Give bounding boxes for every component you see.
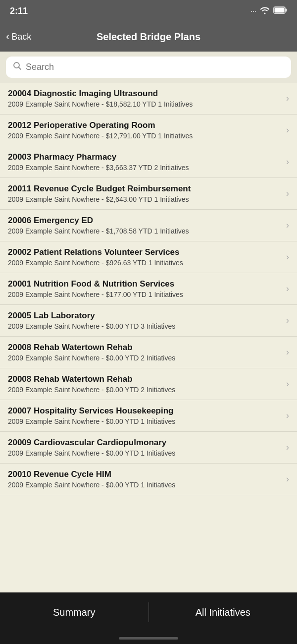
list-item[interactable]: 20009 Cardiovascular Cardiopulmonary 200… bbox=[0, 432, 297, 464]
list-item-title: 20010 Revenue Cycle HIM bbox=[8, 469, 282, 479]
list-item-chevron-icon: › bbox=[286, 252, 289, 262]
list-item-title: 20001 Nutrition Food & Nutrition Service… bbox=[8, 279, 282, 289]
status-time: 2:11 bbox=[10, 6, 28, 16]
list-item[interactable]: 20008 Rehab Watertown Rehab 2009 Example… bbox=[0, 368, 297, 400]
list-item-title: 20004 Diagnostic Imaging Ultrasound bbox=[8, 89, 282, 99]
list-item[interactable]: 20003 Pharmacy Pharmacy 2009 Example Sai… bbox=[0, 146, 297, 178]
tab-summary-label: Summary bbox=[53, 607, 96, 618]
list-item-chevron-icon: › bbox=[286, 188, 289, 199]
list-item-content: 20007 Hospitality Services Housekeeping … bbox=[8, 406, 282, 425]
status-bar: 2:11 ··· bbox=[0, 0, 297, 22]
list-item-subtitle: 2009 Example Saint Nowhere - $177.00 YTD… bbox=[8, 291, 282, 298]
list-item-title: 20008 Rehab Watertown Rehab bbox=[8, 343, 282, 352]
list-item-subtitle: 2009 Example Saint Nowhere - $2,643.00 Y… bbox=[8, 195, 282, 203]
list-item[interactable]: 20002 Patient Relations Volunteer Servic… bbox=[0, 241, 297, 273]
list-item-content: 20008 Rehab Watertown Rehab 2009 Example… bbox=[8, 343, 282, 362]
list-item-chevron-icon: › bbox=[286, 442, 289, 453]
wifi-icon bbox=[259, 6, 270, 16]
list-item-subtitle: 2009 Example Saint Nowhere - $926.63 YTD… bbox=[8, 259, 282, 267]
list-item[interactable]: 20001 Nutrition Food & Nutrition Service… bbox=[0, 273, 297, 305]
list-item-content: 20003 Pharmacy Pharmacy 2009 Example Sai… bbox=[8, 152, 282, 172]
home-bar bbox=[119, 637, 178, 640]
list-item-content: 20011 Revenue Cycle Budget Reimbursement… bbox=[8, 184, 282, 203]
list-item-subtitle: 2009 Example Saint Nowhere - $1,708.58 Y… bbox=[8, 227, 282, 235]
list-item-content: 20005 Lab Laboratory 2009 Example Saint … bbox=[8, 311, 282, 330]
svg-rect-2 bbox=[286, 9, 287, 12]
list-item-content: 20002 Patient Relations Volunteer Servic… bbox=[8, 247, 282, 267]
list-container: 20004 Diagnostic Imaging Ultrasound 2009… bbox=[0, 83, 297, 592]
list-item-subtitle: 2009 Example Saint Nowhere - $0.00 YTD 1… bbox=[8, 449, 282, 457]
list-item-chevron-icon: › bbox=[286, 315, 289, 326]
nav-title: Selected Bridge Plans bbox=[97, 31, 200, 43]
search-container bbox=[0, 52, 297, 83]
list-item-subtitle: 2009 Example Saint Nowhere - $0.00 YTD 2… bbox=[8, 354, 282, 362]
list-item-subtitle: 2009 Example Saint Nowhere - $0.00 YTD 2… bbox=[8, 386, 282, 394]
list-item-title: 20008 Rehab Watertown Rehab bbox=[8, 374, 282, 384]
signal-dots-icon: ··· bbox=[250, 7, 256, 15]
list-item[interactable]: 20006 Emergency ED 2009 Example Saint No… bbox=[0, 210, 297, 241]
back-label: Back bbox=[11, 32, 31, 42]
list-item-chevron-icon: › bbox=[286, 157, 289, 167]
list-item[interactable]: 20011 Revenue Cycle Budget Reimbursement… bbox=[0, 178, 297, 210]
list-item-subtitle: 2009 Example Saint Nowhere - $3,663.37 Y… bbox=[8, 164, 282, 172]
list-item-title: 20012 Perioperative Operating Room bbox=[8, 120, 282, 130]
list-item-chevron-icon: › bbox=[286, 125, 289, 135]
list-item-title: 20003 Pharmacy Pharmacy bbox=[8, 152, 282, 162]
tab-summary[interactable]: Summary bbox=[0, 592, 148, 632]
nav-bar: ‹ Back Selected Bridge Plans bbox=[0, 22, 297, 52]
search-input[interactable] bbox=[26, 62, 284, 72]
search-icon bbox=[13, 61, 22, 73]
list-item[interactable]: 20012 Perioperative Operating Room 2009 … bbox=[0, 115, 297, 146]
list-item-content: 20001 Nutrition Food & Nutrition Service… bbox=[8, 279, 282, 298]
list-item-subtitle: 2009 Example Saint Nowhere - $0.00 YTD 1… bbox=[8, 481, 282, 489]
list-item-subtitle: 2009 Example Saint Nowhere - $18,582.10 … bbox=[8, 100, 282, 108]
battery-icon bbox=[273, 6, 287, 15]
list-item-subtitle: 2009 Example Saint Nowhere - $0.00 YTD 1… bbox=[8, 417, 282, 425]
list-item-subtitle: 2009 Example Saint Nowhere - $12,791.00 … bbox=[8, 132, 282, 140]
list-item-title: 20005 Lab Laboratory bbox=[8, 311, 282, 321]
svg-rect-1 bbox=[275, 8, 285, 13]
list-item[interactable]: 20007 Hospitality Services Housekeeping … bbox=[0, 400, 297, 432]
list-item-content: 20010 Revenue Cycle HIM 2009 Example Sai… bbox=[8, 469, 282, 489]
list-item-title: 20011 Revenue Cycle Budget Reimbursement bbox=[8, 184, 282, 194]
list-item-title: 20009 Cardiovascular Cardiopulmonary bbox=[8, 438, 282, 448]
list-item[interactable]: 20005 Lab Laboratory 2009 Example Saint … bbox=[0, 305, 297, 337]
home-indicator bbox=[0, 632, 297, 644]
list-item[interactable]: 20010 Revenue Cycle HIM 2009 Example Sai… bbox=[0, 464, 297, 495]
list-item-content: 20004 Diagnostic Imaging Ultrasound 2009… bbox=[8, 89, 282, 108]
search-bar bbox=[6, 57, 291, 78]
list-item-title: 20007 Hospitality Services Housekeeping bbox=[8, 406, 282, 416]
back-chevron-icon: ‹ bbox=[6, 31, 9, 42]
list-item-content: 20006 Emergency ED 2009 Example Saint No… bbox=[8, 216, 282, 235]
list-item-chevron-icon: › bbox=[286, 284, 289, 294]
list-item-chevron-icon: › bbox=[286, 93, 289, 104]
tab-all-initiatives-label: All Initiatives bbox=[196, 607, 250, 618]
list-item-chevron-icon: › bbox=[286, 379, 289, 389]
list-item-chevron-icon: › bbox=[286, 347, 289, 357]
list-item-title: 20006 Emergency ED bbox=[8, 216, 282, 226]
tab-all-initiatives[interactable]: All Initiatives bbox=[149, 592, 297, 632]
list-item[interactable]: 20004 Diagnostic Imaging Ultrasound 2009… bbox=[0, 83, 297, 115]
list-item-content: 20008 Rehab Watertown Rehab 2009 Example… bbox=[8, 374, 282, 394]
list-item-chevron-icon: › bbox=[286, 474, 289, 484]
list-item-content: 20012 Perioperative Operating Room 2009 … bbox=[8, 120, 282, 140]
list-item[interactable]: 20008 Rehab Watertown Rehab 2009 Example… bbox=[0, 337, 297, 368]
list-item-subtitle: 2009 Example Saint Nowhere - $0.00 YTD 3… bbox=[8, 322, 282, 330]
list-item-content: 20009 Cardiovascular Cardiopulmonary 200… bbox=[8, 438, 282, 457]
list-item-title: 20002 Patient Relations Volunteer Servic… bbox=[8, 247, 282, 257]
status-icons: ··· bbox=[250, 6, 287, 16]
list-item-chevron-icon: › bbox=[286, 220, 289, 231]
list-item-chevron-icon: › bbox=[286, 410, 289, 421]
back-button[interactable]: ‹ Back bbox=[6, 31, 31, 42]
tab-bar: Summary All Initiatives bbox=[0, 592, 297, 632]
